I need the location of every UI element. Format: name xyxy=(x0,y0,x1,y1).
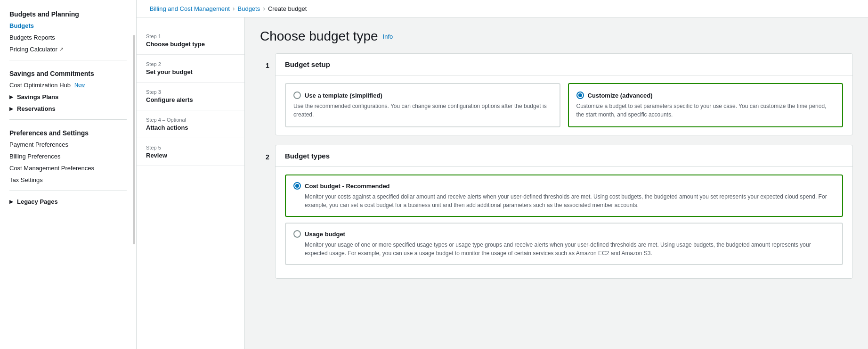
option-cost-desc: Monitor your costs against a specified d… xyxy=(305,192,835,209)
step-5-label: Step 5 xyxy=(146,145,235,150)
budget-setup-card: Budget setup Use a template (simplified)… xyxy=(275,53,853,135)
breadcrumb-sep-2: › xyxy=(263,5,265,12)
budget-setup-options: Use a template (simplified) Use the reco… xyxy=(285,83,843,127)
option-customize-label: Customize (advanced) xyxy=(588,92,653,99)
step-4-title: Attach actions xyxy=(146,124,235,131)
step-3-item[interactable]: Step 3 Configure alerts xyxy=(137,83,244,110)
budget-types-header: Budget types xyxy=(276,145,852,167)
sidebar-item-tax-settings[interactable]: Tax Settings xyxy=(0,174,136,186)
budget-types-body: Cost budget - Recommended Monitor your c… xyxy=(276,167,852,278)
sidebar-section-preferences: Preferences and Settings xyxy=(0,125,136,139)
option-customize-header: Customize (advanced) xyxy=(576,91,835,99)
step-2-item[interactable]: Step 2 Set your budget xyxy=(137,55,244,83)
sidebar: Budgets and Planning Budgets Budgets Rep… xyxy=(0,0,137,349)
option-template[interactable]: Use a template (simplified) Use the reco… xyxy=(285,83,560,127)
step-1-label: Step 1 xyxy=(146,33,235,39)
breadcrumb-sep-1: › xyxy=(233,5,235,12)
sidebar-item-billing-preferences[interactable]: Billing Preferences xyxy=(0,150,136,162)
info-link[interactable]: Info xyxy=(383,33,393,40)
step-1-item[interactable]: Step 1 Choose budget type xyxy=(137,27,244,55)
option-cost-budget[interactable]: Cost budget - Recommended Monitor your c… xyxy=(285,174,843,217)
step-5-title: Review xyxy=(146,152,235,159)
step-1-title: Choose budget type xyxy=(146,41,235,48)
sidebar-item-cost-optimization-hub[interactable]: Cost Optimization Hub New xyxy=(0,79,136,91)
sidebar-section-budgets-planning: Budgets and Planning xyxy=(0,6,136,20)
breadcrumb: Billing and Cost Management › Budgets › … xyxy=(137,0,868,17)
option-usage-header: Usage budget xyxy=(293,230,835,238)
breadcrumb-billing[interactable]: Billing and Cost Management xyxy=(150,5,230,12)
sidebar-scrollbar[interactable] xyxy=(133,35,135,244)
budget-types-section: 2 Budget types Cost budget - Recommended… xyxy=(260,145,853,288)
sidebar-item-pricing-calculator[interactable]: Pricing Calculator ↗ xyxy=(0,43,136,55)
step-3-title: Configure alerts xyxy=(146,96,235,103)
step-5-item[interactable]: Step 5 Review xyxy=(137,138,244,166)
sidebar-item-budgets[interactable]: Budgets xyxy=(0,20,136,32)
radio-cost[interactable] xyxy=(293,182,301,190)
option-template-label: Use a template (simplified) xyxy=(305,92,382,99)
new-badge: New xyxy=(74,82,85,88)
form-area: Choose budget type Info 1 Budget setup xyxy=(245,17,868,349)
sidebar-item-payment-preferences[interactable]: Payment Preferences xyxy=(0,139,136,150)
option-usage-desc: Monitor your usage of one or more specif… xyxy=(305,241,835,258)
budget-types-card: Budget types Cost budget - Recommended M… xyxy=(275,145,853,279)
option-cost-label: Cost budget - Recommended xyxy=(305,183,390,190)
sidebar-divider-1 xyxy=(9,60,127,60)
sidebar-divider-3 xyxy=(9,191,127,191)
option-template-header: Use a template (simplified) xyxy=(293,91,552,99)
steps-panel: Step 1 Choose budget type Step 2 Set you… xyxy=(137,17,245,349)
sidebar-item-legacy-pages[interactable]: Legacy Pages xyxy=(0,196,136,208)
radio-usage[interactable] xyxy=(293,230,301,238)
external-link-icon: ↗ xyxy=(59,46,64,52)
step-2-title: Set your budget xyxy=(146,68,235,75)
sidebar-section-savings: Savings and Commitments xyxy=(0,65,136,79)
option-usage-label: Usage budget xyxy=(305,231,345,238)
budget-types-number: 2 xyxy=(260,145,275,288)
budget-setup-body: Use a template (simplified) Use the reco… xyxy=(276,75,852,135)
radio-template[interactable] xyxy=(293,91,301,99)
budget-setup-section: 1 Budget setup Use a template (simplifie… xyxy=(260,53,853,145)
page-title: Choose budget type xyxy=(260,29,378,44)
option-cost-header: Cost budget - Recommended xyxy=(293,182,835,190)
sidebar-divider-2 xyxy=(9,119,127,120)
radio-customize[interactable] xyxy=(576,91,584,99)
sidebar-item-budgets-reports[interactable]: Budgets Reports xyxy=(0,32,136,43)
budget-setup-number: 1 xyxy=(260,53,275,145)
sidebar-item-reservations[interactable]: Reservations xyxy=(0,103,136,115)
step-3-label: Step 3 xyxy=(146,89,235,95)
step-2-label: Step 2 xyxy=(146,61,235,67)
breadcrumb-budgets[interactable]: Budgets xyxy=(238,5,260,12)
step-4-label: Step 4 – Optional xyxy=(146,117,235,123)
sidebar-item-savings-plans[interactable]: Savings Plans xyxy=(0,91,136,103)
page-title-row: Choose budget type Info xyxy=(260,29,853,44)
step-4-item[interactable]: Step 4 – Optional Attach actions xyxy=(137,110,244,138)
content-area: Step 1 Choose budget type Step 2 Set you… xyxy=(137,17,868,349)
budget-setup-header: Budget setup xyxy=(276,54,852,75)
option-customize-desc: Customize a budget to set parameters spe… xyxy=(576,102,835,119)
main-content: Billing and Cost Management › Budgets › … xyxy=(137,0,868,349)
option-usage-budget[interactable]: Usage budget Monitor your usage of one o… xyxy=(285,223,843,265)
sidebar-item-cost-management-preferences[interactable]: Cost Management Preferences xyxy=(0,162,136,174)
option-customize[interactable]: Customize (advanced) Customize a budget … xyxy=(568,83,844,127)
option-template-desc: Use the recommended configurations. You … xyxy=(293,102,552,119)
breadcrumb-current: Create budget xyxy=(268,5,307,12)
